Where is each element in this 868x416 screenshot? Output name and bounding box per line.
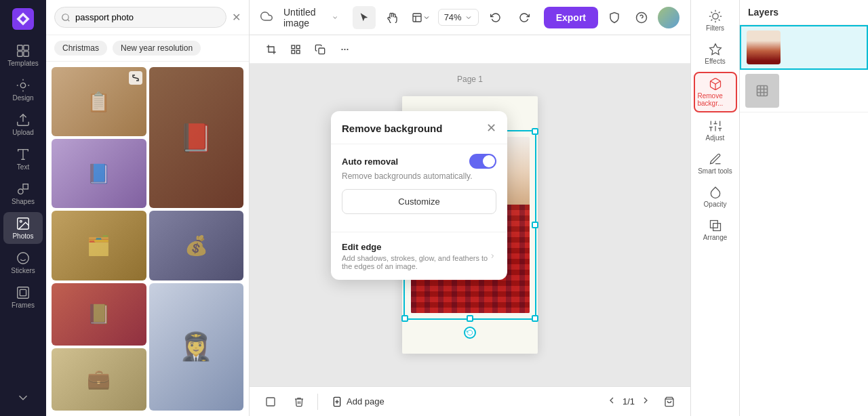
toggle-knob — [483, 155, 495, 167]
select-tool-button[interactable] — [353, 6, 376, 29]
edit-edge-desc: Add shadows, strokes, glow, and feathers… — [342, 254, 489, 270]
remove-background-panel: Remove background ✕ Auto removal Remove … — [331, 111, 507, 280]
redo-button[interactable] — [513, 6, 536, 29]
bottom-divider — [317, 394, 318, 410]
crop-button[interactable] — [260, 39, 282, 60]
layers-title: Layers — [740, 0, 868, 25]
photo-item[interactable]: 📗 — [52, 283, 146, 346]
handle-top-right[interactable] — [532, 128, 538, 135]
svg-point-18 — [62, 14, 68, 20]
chevron-down-icon — [422, 14, 431, 22]
file-title-button[interactable]: Untitled image — [278, 4, 344, 31]
add-page-label: Add page — [347, 396, 384, 407]
search-input[interactable] — [54, 7, 226, 28]
photo-item[interactable]: 📘 — [52, 139, 146, 208]
svg-point-12 — [20, 220, 22, 222]
export-button[interactable]: Export — [544, 7, 598, 28]
sidebar-item-stickers[interactable]: Stickers — [3, 247, 43, 278]
svg-rect-2 — [24, 45, 28, 50]
sidebar-item-frames[interactable]: Frames — [3, 281, 43, 313]
remove-bg-close-button[interactable]: ✕ — [486, 121, 496, 136]
smart-tools-button[interactable]: Smart tools — [694, 148, 737, 179]
duplicate-button[interactable] — [309, 39, 331, 60]
filters-button[interactable]: Filters — [694, 5, 737, 36]
svg-rect-10 — [23, 184, 28, 189]
canvas-wrapper: Page 1 — [250, 64, 690, 386]
layer-item-person[interactable] — [740, 25, 868, 70]
prev-page-button[interactable] — [604, 392, 620, 411]
sidebar-item-shapes[interactable]: Shapes — [3, 178, 43, 209]
grid-icon — [290, 44, 301, 55]
auto-removal-toggle[interactable] — [469, 154, 496, 169]
layer-item-bg[interactable] — [740, 70, 868, 112]
remove-bg-label: Remove backgr... — [698, 92, 733, 107]
svg-point-5 — [20, 83, 25, 87]
opacity-button[interactable]: Opacity — [694, 182, 737, 212]
photo-grid: 📋 📕 📘 🗂️ 💰 📗 — [46, 62, 249, 416]
add-page-button[interactable]: Add page — [326, 394, 390, 410]
arrange-button[interactable]: Arrange — [694, 215, 737, 245]
undo-icon — [490, 12, 501, 23]
help-button[interactable] — [631, 7, 652, 28]
bottom-bar: Add page 1/1 — [250, 386, 690, 416]
left-sidebar: Templates Design Upload Text Shapes — [0, 0, 46, 416]
photo-item[interactable]: 💰 — [149, 211, 244, 280]
hand-tool-button[interactable] — [381, 6, 404, 29]
search-wrap — [54, 7, 226, 28]
search-clear-button[interactable]: ✕ — [232, 11, 241, 24]
bottom-right: 1/1 — [604, 392, 679, 412]
svg-rect-28 — [292, 50, 295, 54]
handle-mid-right[interactable] — [532, 222, 538, 228]
svg-marker-36 — [709, 44, 721, 55]
filters-icon — [709, 9, 722, 23]
rotate-handle[interactable] — [464, 327, 476, 339]
zoom-button[interactable]: 74% — [438, 9, 479, 26]
layout-tool-button[interactable] — [410, 6, 433, 29]
avatar[interactable] — [658, 7, 679, 28]
delete-page-button[interactable] — [289, 392, 309, 412]
photo-item[interactable]: 🗂️ — [52, 211, 146, 280]
sidebar-item-templates[interactable]: Templates — [3, 39, 43, 71]
photo-item[interactable]: 👩‍✈️ — [149, 283, 244, 411]
adjust-button[interactable]: Adjust — [694, 115, 737, 146]
effects-button[interactable]: Effects — [694, 39, 737, 69]
shield-icon-button[interactable] — [604, 7, 625, 28]
svg-rect-25 — [292, 45, 295, 49]
shopping-bag-icon — [664, 396, 675, 407]
expand-icon[interactable] — [129, 71, 142, 85]
more-options-button[interactable]: ··· — [334, 39, 355, 60]
svg-line-19 — [68, 19, 70, 21]
sidebar-item-text[interactable]: Text — [3, 143, 43, 175]
top-toolbar: Untitled image — [250, 0, 690, 35]
remove-bg-icon — [709, 77, 722, 91]
tag-new-year[interactable]: New year resolution — [113, 41, 201, 56]
edit-edge-row[interactable]: Edit edge Add shadows, strokes, glow, an… — [331, 232, 507, 280]
handle-bot-mid[interactable] — [467, 315, 473, 322]
auto-removal-label: Auto removal — [342, 157, 398, 167]
remove-bg-button[interactable]: Remove backgr... — [694, 72, 737, 112]
photo-item[interactable]: 📕 — [149, 67, 244, 208]
copy-icon — [315, 44, 326, 55]
svg-point-35 — [712, 14, 717, 19]
svg-rect-49 — [757, 86, 768, 96]
sidebar-item-photos[interactable]: Photos — [3, 212, 43, 244]
layout-icon — [412, 12, 422, 23]
tag-christmas[interactable]: Christmas — [54, 41, 107, 56]
photo-item[interactable]: 📋 — [52, 67, 146, 136]
sidebar-item-more[interactable] — [3, 386, 43, 409]
app-logo[interactable] — [11, 7, 35, 31]
customize-button[interactable]: Customize — [342, 189, 496, 214]
next-page-button[interactable] — [637, 392, 654, 411]
sidebar-item-design[interactable]: Design — [3, 74, 43, 106]
photo-item[interactable]: 💼 — [52, 348, 146, 411]
undo-button[interactable] — [484, 6, 507, 29]
layout-grid-button[interactable] — [285, 39, 307, 60]
sidebar-item-upload[interactable]: Upload — [3, 108, 43, 140]
svg-rect-3 — [18, 51, 22, 56]
cart-button[interactable] — [659, 392, 679, 412]
handle-bot-right[interactable] — [532, 315, 538, 322]
toolbar-center: 74% — [353, 6, 536, 29]
edit-edge-info: Edit edge Add shadows, strokes, glow, an… — [342, 242, 489, 270]
handle-bot-left[interactable] — [401, 315, 408, 322]
page-settings-button[interactable] — [260, 392, 281, 412]
